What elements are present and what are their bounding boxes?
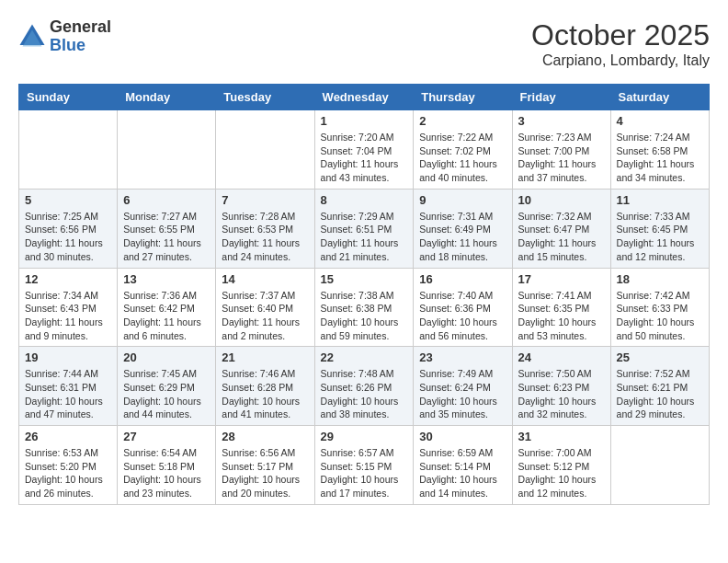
calendar-header-row: SundayMondayTuesdayWednesdayThursdayFrid… (19, 85, 710, 110)
calendar-cell: 2Sunrise: 7:22 AM Sunset: 7:02 PM Daylig… (414, 110, 512, 190)
location: Carpiano, Lombardy, Italy (531, 52, 710, 69)
calendar-cell: 7Sunrise: 7:28 AM Sunset: 6:53 PM Daylig… (216, 189, 314, 268)
calendar-cell: 3Sunrise: 7:23 AM Sunset: 7:00 PM Daylig… (512, 110, 610, 190)
day-header-tuesday: Tuesday (216, 85, 314, 110)
day-number: 6 (123, 193, 210, 207)
day-info: Sunrise: 7:25 AM Sunset: 6:56 PM Dayligh… (25, 210, 111, 264)
calendar-table: SundayMondayTuesdayWednesdayThursdayFrid… (18, 84, 710, 505)
calendar-cell: 5Sunrise: 7:25 AM Sunset: 6:56 PM Daylig… (19, 189, 118, 268)
day-info: Sunrise: 7:31 AM Sunset: 6:49 PM Dayligh… (419, 210, 506, 264)
day-info: Sunrise: 7:24 AM Sunset: 6:58 PM Dayligh… (617, 131, 703, 185)
day-number: 7 (222, 193, 308, 207)
calendar-cell: 20Sunrise: 7:45 AM Sunset: 6:29 PM Dayli… (118, 347, 216, 426)
day-number: 3 (518, 114, 605, 128)
day-number: 16 (419, 272, 506, 286)
day-info: Sunrise: 7:29 AM Sunset: 6:51 PM Dayligh… (321, 210, 408, 264)
calendar-cell: 24Sunrise: 7:50 AM Sunset: 6:23 PM Dayli… (512, 347, 610, 426)
calendar-cell: 23Sunrise: 7:49 AM Sunset: 6:24 PM Dayli… (414, 347, 512, 426)
day-info: Sunrise: 7:37 AM Sunset: 6:40 PM Dayligh… (222, 289, 308, 343)
day-number: 25 (617, 350, 703, 364)
day-header-wednesday: Wednesday (314, 85, 414, 110)
day-info: Sunrise: 6:53 AM Sunset: 5:20 PM Dayligh… (25, 446, 111, 500)
day-info: Sunrise: 7:33 AM Sunset: 6:45 PM Dayligh… (617, 210, 703, 264)
page-header: General Blue October 2025 Carpiano, Lomb… (18, 18, 710, 69)
day-info: Sunrise: 7:27 AM Sunset: 6:55 PM Dayligh… (123, 210, 210, 264)
day-number: 1 (321, 114, 408, 128)
logo-general: General (50, 18, 111, 37)
day-number: 4 (617, 114, 703, 128)
day-number: 13 (123, 272, 210, 286)
calendar-cell: 15Sunrise: 7:38 AM Sunset: 6:38 PM Dayli… (314, 268, 414, 347)
day-number: 12 (25, 272, 111, 286)
calendar-cell (216, 110, 314, 190)
day-info: Sunrise: 7:42 AM Sunset: 6:33 PM Dayligh… (617, 289, 703, 343)
day-info: Sunrise: 7:32 AM Sunset: 6:47 PM Dayligh… (518, 210, 605, 264)
day-number: 8 (321, 193, 408, 207)
day-header-friday: Friday (512, 85, 610, 110)
day-number: 31 (518, 430, 605, 443)
day-info: Sunrise: 7:48 AM Sunset: 6:26 PM Dayligh… (321, 367, 408, 421)
calendar-cell (19, 110, 118, 190)
day-info: Sunrise: 7:22 AM Sunset: 7:02 PM Dayligh… (419, 131, 506, 185)
day-number: 19 (25, 350, 111, 364)
day-info: Sunrise: 7:23 AM Sunset: 7:00 PM Dayligh… (518, 131, 605, 185)
calendar-week-2: 5Sunrise: 7:25 AM Sunset: 6:56 PM Daylig… (19, 189, 710, 268)
day-number: 21 (222, 350, 308, 364)
day-header-saturday: Saturday (610, 85, 709, 110)
logo-icon (18, 23, 46, 51)
calendar-cell: 1Sunrise: 7:20 AM Sunset: 7:04 PM Daylig… (314, 110, 414, 190)
calendar-cell: 12Sunrise: 7:34 AM Sunset: 6:43 PM Dayli… (19, 268, 118, 347)
calendar-cell: 4Sunrise: 7:24 AM Sunset: 6:58 PM Daylig… (610, 110, 709, 190)
calendar-week-1: 1Sunrise: 7:20 AM Sunset: 7:04 PM Daylig… (19, 110, 710, 190)
day-info: Sunrise: 6:59 AM Sunset: 5:14 PM Dayligh… (419, 446, 506, 500)
calendar-cell: 17Sunrise: 7:41 AM Sunset: 6:35 PM Dayli… (512, 268, 610, 347)
calendar-cell: 10Sunrise: 7:32 AM Sunset: 6:47 PM Dayli… (512, 189, 610, 268)
day-info: Sunrise: 6:54 AM Sunset: 5:18 PM Dayligh… (123, 446, 210, 500)
day-number: 20 (123, 350, 210, 364)
calendar-cell: 18Sunrise: 7:42 AM Sunset: 6:33 PM Dayli… (610, 268, 709, 347)
day-number: 29 (321, 430, 408, 443)
day-info: Sunrise: 6:56 AM Sunset: 5:17 PM Dayligh… (222, 446, 308, 500)
day-info: Sunrise: 7:49 AM Sunset: 6:24 PM Dayligh… (419, 367, 506, 421)
calendar-cell: 28Sunrise: 6:56 AM Sunset: 5:17 PM Dayli… (216, 426, 314, 505)
day-info: Sunrise: 7:44 AM Sunset: 6:31 PM Dayligh… (25, 367, 111, 421)
day-info: Sunrise: 7:45 AM Sunset: 6:29 PM Dayligh… (123, 367, 210, 421)
calendar-cell (118, 110, 216, 190)
calendar-cell (610, 426, 709, 505)
day-info: Sunrise: 7:36 AM Sunset: 6:42 PM Dayligh… (123, 289, 210, 343)
calendar-cell: 19Sunrise: 7:44 AM Sunset: 6:31 PM Dayli… (19, 347, 118, 426)
calendar-cell: 8Sunrise: 7:29 AM Sunset: 6:51 PM Daylig… (314, 189, 414, 268)
calendar-week-3: 12Sunrise: 7:34 AM Sunset: 6:43 PM Dayli… (19, 268, 710, 347)
day-number: 18 (617, 272, 703, 286)
day-info: Sunrise: 7:34 AM Sunset: 6:43 PM Dayligh… (25, 289, 111, 343)
day-info: Sunrise: 7:52 AM Sunset: 6:21 PM Dayligh… (617, 367, 703, 421)
day-header-monday: Monday (118, 85, 216, 110)
day-info: Sunrise: 7:38 AM Sunset: 6:38 PM Dayligh… (321, 289, 408, 343)
calendar-cell: 21Sunrise: 7:46 AM Sunset: 6:28 PM Dayli… (216, 347, 314, 426)
day-info: Sunrise: 7:00 AM Sunset: 5:12 PM Dayligh… (518, 446, 605, 500)
day-info: Sunrise: 6:57 AM Sunset: 5:15 PM Dayligh… (321, 446, 408, 500)
day-info: Sunrise: 7:20 AM Sunset: 7:04 PM Dayligh… (321, 131, 408, 185)
calendar-cell: 25Sunrise: 7:52 AM Sunset: 6:21 PM Dayli… (610, 347, 709, 426)
calendar-cell: 31Sunrise: 7:00 AM Sunset: 5:12 PM Dayli… (512, 426, 610, 505)
logo-blue: Blue (50, 37, 111, 55)
day-number: 27 (123, 430, 210, 443)
calendar-cell: 29Sunrise: 6:57 AM Sunset: 5:15 PM Dayli… (314, 426, 414, 505)
day-number: 22 (321, 350, 408, 364)
calendar-cell: 14Sunrise: 7:37 AM Sunset: 6:40 PM Dayli… (216, 268, 314, 347)
day-number: 2 (419, 114, 506, 128)
day-number: 30 (419, 430, 506, 443)
day-number: 14 (222, 272, 308, 286)
calendar-cell: 30Sunrise: 6:59 AM Sunset: 5:14 PM Dayli… (414, 426, 512, 505)
calendar-cell: 6Sunrise: 7:27 AM Sunset: 6:55 PM Daylig… (118, 189, 216, 268)
day-info: Sunrise: 7:50 AM Sunset: 6:23 PM Dayligh… (518, 367, 605, 421)
calendar-cell: 27Sunrise: 6:54 AM Sunset: 5:18 PM Dayli… (118, 426, 216, 505)
day-number: 15 (321, 272, 408, 286)
day-number: 28 (222, 430, 308, 443)
calendar-cell: 9Sunrise: 7:31 AM Sunset: 6:49 PM Daylig… (414, 189, 512, 268)
calendar-cell: 22Sunrise: 7:48 AM Sunset: 6:26 PM Dayli… (314, 347, 414, 426)
day-header-thursday: Thursday (414, 85, 512, 110)
day-number: 26 (25, 430, 111, 443)
day-number: 11 (617, 193, 703, 207)
month-title: October 2025 (531, 18, 710, 52)
